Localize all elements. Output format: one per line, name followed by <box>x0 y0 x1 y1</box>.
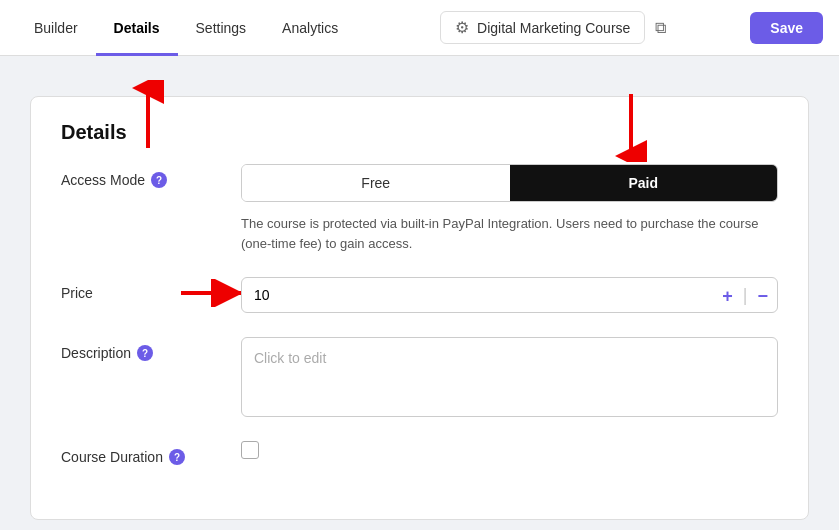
description-row: Description ? Click to edit <box>61 337 778 417</box>
description-label: Description ? <box>61 337 241 361</box>
nav-builder[interactable]: Builder <box>16 0 96 56</box>
main-content: Details Access Mode ? Free Paid The cour… <box>0 56 839 530</box>
arrow-up-svg <box>130 80 166 148</box>
nav-settings[interactable]: Settings <box>178 0 265 56</box>
price-increase-button[interactable]: + <box>722 286 733 304</box>
course-duration-checkbox[interactable] <box>241 441 259 459</box>
gear-icon: ⚙ <box>455 18 469 37</box>
access-mode-free-button[interactable]: Free <box>242 165 510 201</box>
arrow-down-svg <box>613 94 649 162</box>
access-mode-label: Access Mode ? <box>61 164 241 188</box>
arrow-up-indicator <box>130 80 166 152</box>
external-link-icon[interactable]: ⧉ <box>655 19 666 37</box>
access-mode-note: The course is protected via built-in Pay… <box>241 214 778 253</box>
price-controls: + | − <box>722 285 768 306</box>
access-mode-toggle: Free Paid <box>241 164 778 202</box>
price-input[interactable] <box>241 277 778 313</box>
access-mode-row: Access Mode ? Free Paid The course is pr… <box>61 164 778 253</box>
price-divider: | <box>743 285 748 306</box>
access-mode-help-icon[interactable]: ? <box>151 172 167 188</box>
price-input-wrap: + | − <box>241 277 778 313</box>
arrow-down-indicator <box>613 94 649 166</box>
section-title: Details <box>61 121 778 144</box>
course-duration-row: Course Duration ? <box>61 441 778 465</box>
nav-analytics[interactable]: Analytics <box>264 0 356 56</box>
course-duration-control <box>241 441 778 463</box>
price-row: Price + | − <box>61 277 778 313</box>
course-duration-label: Course Duration ? <box>61 441 241 465</box>
nav-details[interactable]: Details <box>96 0 178 56</box>
description-editor[interactable]: Click to edit <box>241 337 778 417</box>
access-mode-control: Free Paid The course is protected via bu… <box>241 164 778 253</box>
course-title-box: ⚙ Digital Marketing Course <box>440 11 645 44</box>
details-card: Details Access Mode ? Free Paid The cour… <box>30 96 809 520</box>
access-mode-paid-button[interactable]: Paid <box>510 165 778 201</box>
save-button[interactable]: Save <box>750 12 823 44</box>
nav-title-area: ⚙ Digital Marketing Course ⧉ <box>356 11 750 44</box>
course-title: Digital Marketing Course <box>477 20 630 36</box>
course-duration-help-icon[interactable]: ? <box>169 449 185 465</box>
price-control: + | − <box>241 277 778 313</box>
price-decrease-button[interactable]: − <box>757 286 768 304</box>
description-control: Click to edit <box>241 337 778 417</box>
description-help-icon[interactable]: ? <box>137 345 153 361</box>
top-navigation: Builder Details Settings Analytics ⚙ Dig… <box>0 0 839 56</box>
